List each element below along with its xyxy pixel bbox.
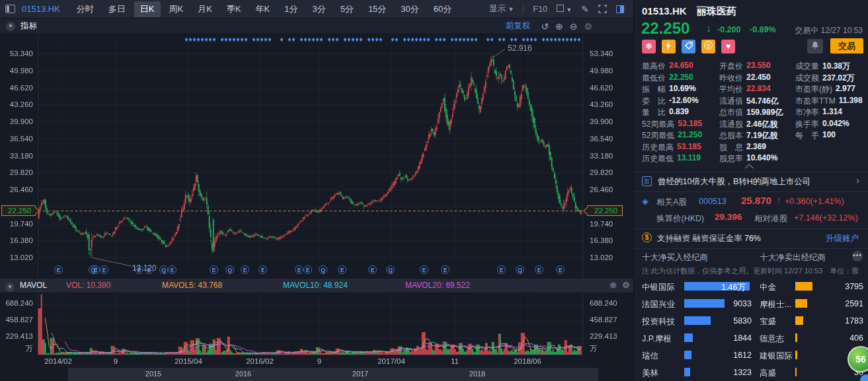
chat-bubble-icon[interactable] bbox=[860, 374, 868, 381]
news-headline[interactable]: 曾经的10倍大牛股，B转H的两地上市公司 bbox=[658, 176, 823, 188]
side-panel-toggle-icon[interactable] bbox=[616, 5, 624, 13]
earnings-marker-icon[interactable]: E bbox=[556, 265, 565, 274]
indicator-label[interactable]: 指标 bbox=[20, 20, 37, 32]
stat-cell: 量 比0.839 bbox=[642, 107, 719, 118]
indicator-settings-gear-icon[interactable]: ⚙ bbox=[622, 280, 630, 290]
earnings-marker-icon[interactable]: E bbox=[91, 265, 100, 274]
price-axis-tick: 16.380 bbox=[3, 236, 33, 244]
price-axis-tick: 46.620 bbox=[3, 84, 33, 92]
favorite-heart-icon[interactable]: ♥ bbox=[721, 40, 735, 53]
collapse-stats-chevron-icon[interactable] bbox=[745, 164, 754, 172]
current-price-tag-left: 22.250 bbox=[1, 205, 36, 216]
earnings-marker-icon[interactable]: E bbox=[210, 265, 218, 274]
quarterly-marker-icon[interactable]: Q bbox=[386, 265, 395, 274]
price-tag-icon[interactable] bbox=[682, 40, 695, 53]
earnings-marker-icon[interactable]: E bbox=[145, 265, 153, 274]
vol-value: VOL: 10.380 bbox=[66, 281, 110, 290]
timeframe-tab[interactable]: 多日 bbox=[102, 1, 132, 17]
zoom-in-icon[interactable]: ⊕ bbox=[555, 21, 563, 32]
brokers-more-icon[interactable]: ••• bbox=[852, 251, 863, 261]
related-shares-icon: ◈ bbox=[642, 196, 649, 206]
stat-cell: 股息率10.640% bbox=[719, 153, 795, 164]
broker-value: 1612 bbox=[713, 351, 752, 360]
close-indicator-icon[interactable]: ⊗ bbox=[610, 280, 617, 290]
stat-cell: 换手率0.042% bbox=[795, 119, 864, 130]
volume-axis-tick: 229.413 bbox=[590, 332, 629, 340]
earnings-marker-icon[interactable]: E bbox=[241, 265, 249, 274]
display-dropdown[interactable]: 显示 ▼ bbox=[489, 3, 514, 15]
chart-settings-gear-icon[interactable]: ⚙ bbox=[584, 21, 592, 32]
margin-dollar-icon: $ bbox=[642, 232, 652, 242]
layout-icon[interactable] bbox=[5, 5, 15, 13]
timeframe-tab[interactable]: 日K bbox=[134, 1, 161, 17]
stat-value: 54.746亿 bbox=[746, 96, 779, 107]
candle-style-icon bbox=[557, 5, 564, 12]
broker-name: 建银国际 bbox=[760, 351, 794, 362]
related-a-share-code[interactable]: 000513 bbox=[699, 197, 727, 206]
indicator-collapse-icon[interactable]: ▼ bbox=[6, 22, 15, 31]
earnings-marker-icon[interactable]: E bbox=[368, 265, 377, 274]
earnings-marker-icon[interactable]: E bbox=[420, 265, 428, 274]
earnings-marker-icon[interactable]: E bbox=[168, 265, 177, 274]
earnings-marker-icon[interactable]: E bbox=[100, 265, 108, 274]
price-axis-tick: 33.180 bbox=[590, 152, 629, 160]
broker-row: 中银国际1.46万中金3795 bbox=[634, 279, 868, 296]
broker-row: 投资科技5830宝盛1783 bbox=[634, 313, 868, 330]
net-sell-brokers-title[interactable]: 十大净卖出经纪商 bbox=[760, 252, 826, 263]
earnings-marker-icon[interactable]: E bbox=[295, 265, 303, 274]
quarterly-marker-icon[interactable]: Q bbox=[319, 265, 327, 274]
earnings-marker-icon[interactable]: E bbox=[135, 265, 143, 274]
upgrade-account-link[interactable]: 升级账户 bbox=[826, 233, 859, 244]
earnings-marker-icon[interactable]: E bbox=[497, 265, 506, 274]
date-axis-tick: 9 bbox=[317, 357, 321, 365]
timeframe-tab[interactable]: 年K bbox=[250, 1, 276, 17]
earnings-marker-icon[interactable]: E bbox=[441, 265, 450, 274]
earnings-marker-icon[interactable]: E bbox=[258, 265, 267, 274]
timeframe-tab[interactable]: 15分 bbox=[362, 1, 392, 17]
broker-value: 1.46万 bbox=[684, 282, 746, 293]
broker-row: 美林1323高盛30 bbox=[634, 364, 868, 381]
draw-pen-icon[interactable]: ✎ bbox=[581, 4, 589, 15]
timeframe-tab[interactable]: 60分 bbox=[428, 1, 457, 17]
forward-adjust-button[interactable]: 前复权 bbox=[506, 20, 531, 32]
stat-value: 100 bbox=[822, 130, 836, 141]
timeframe-tab[interactable]: 5分 bbox=[335, 1, 360, 17]
converted-price-value: 29.396 bbox=[715, 212, 742, 222]
reset-icon[interactable]: ↺ bbox=[541, 21, 549, 32]
news-chevron-icon[interactable]: › bbox=[856, 174, 859, 186]
stat-label: 历史最低 bbox=[642, 153, 674, 164]
broker-value: 1323 bbox=[713, 368, 752, 377]
alert-bell-icon[interactable] bbox=[807, 39, 823, 53]
stat-cell: 股 息2.369 bbox=[719, 142, 795, 153]
earnings-marker-icon[interactable]: E bbox=[303, 265, 312, 274]
timeframe-tab[interactable]: 月K bbox=[192, 1, 218, 17]
quarterly-marker-icon[interactable]: Q bbox=[516, 265, 524, 274]
quarterly-marker-icon[interactable]: Q bbox=[225, 265, 234, 274]
chart-type-dropdown[interactable]: ▼ bbox=[557, 5, 572, 14]
stat-value: -12.60% bbox=[669, 96, 699, 107]
converted-price-label: 换算价(HKD) bbox=[656, 213, 704, 225]
timeframe-tab[interactable]: 分时 bbox=[71, 1, 100, 17]
mavol-title[interactable]: MAVOL bbox=[20, 281, 47, 290]
shortable-dollar-icon[interactable]: S bbox=[701, 40, 715, 53]
earnings-marker-icon[interactable]: E bbox=[338, 265, 346, 274]
timeframe-tab[interactable]: 周K bbox=[163, 1, 190, 17]
earnings-marker-icon[interactable]: E bbox=[54, 265, 63, 274]
hk-market-flower-icon[interactable]: ✻ bbox=[642, 40, 656, 53]
stat-value: 1.314 bbox=[822, 107, 842, 118]
f10-button[interactable]: F10 bbox=[533, 5, 547, 14]
timeframe-tab[interactable]: 季K bbox=[221, 1, 247, 17]
volume-axis-tick: 458.827 bbox=[590, 316, 629, 324]
timeframe-tab[interactable]: 30分 bbox=[395, 1, 424, 17]
zoom-out-icon[interactable]: ⊖ bbox=[570, 21, 578, 32]
mavol-collapse-icon[interactable]: ▼ bbox=[5, 283, 15, 292]
timeframe-tab[interactable]: 3分 bbox=[306, 1, 331, 17]
quarterly-marker-icon[interactable]: Q bbox=[159, 265, 168, 274]
candlestick-chart-canvas[interactable] bbox=[0, 0, 633, 381]
timeframe-tab[interactable]: 1分 bbox=[278, 1, 303, 17]
net-buy-brokers-title[interactable]: 十大净买入经纪商 bbox=[642, 252, 708, 263]
trade-button[interactable]: 交易 bbox=[830, 38, 863, 53]
level2-lightning-icon[interactable] bbox=[662, 40, 676, 53]
fullscreen-icon[interactable] bbox=[598, 5, 607, 13]
earnings-marker-icon[interactable]: E bbox=[535, 265, 543, 274]
